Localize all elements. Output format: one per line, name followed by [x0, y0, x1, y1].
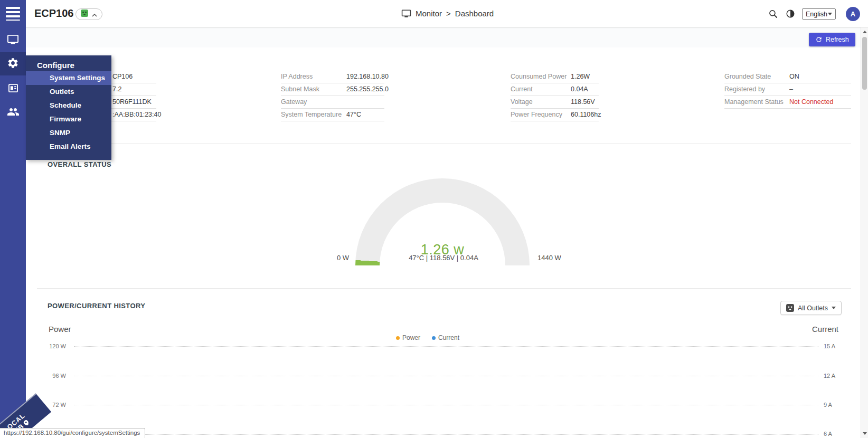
info-row: Gateway [281, 96, 384, 109]
left-tick: 120 W [37, 343, 66, 349]
menu-item-email-alerts[interactable]: Email Alerts [26, 140, 111, 154]
info-label: Counsumed Power [511, 73, 567, 80]
history-title: POWER/CURRENT HISTORY [48, 302, 145, 310]
info-value: 192.168.10.80 [346, 71, 389, 83]
info-value: 1.26W [571, 71, 590, 83]
chart-legend: Power Current [348, 334, 507, 341]
info-value: ON [789, 71, 799, 83]
info-row: IP Address192.168.10.80 [281, 71, 384, 83]
info-value: 255.255.255.0 [346, 83, 389, 96]
gear-icon [7, 57, 19, 71]
monitor-icon [7, 33, 19, 47]
content-top-band [26, 27, 861, 47]
right-tick: 9 A [824, 402, 832, 408]
users-icon [7, 106, 20, 120]
firmware-version-value: 7.2 [112, 83, 121, 96]
serial-number-value: 50R6F111DK [112, 96, 152, 108]
sidebar-item-users[interactable] [0, 101, 26, 125]
vertical-scrollbar[interactable] [861, 27, 868, 438]
chart-gridline [74, 405, 818, 405]
all-outlets-button[interactable]: All Outlets [780, 301, 842, 315]
sidebar-item-monitor[interactable] [0, 28, 26, 52]
scrollbar-down-arrow[interactable] [863, 432, 867, 435]
chart-gridline [74, 346, 818, 347]
contrast-icon[interactable] [785, 8, 796, 20]
caret-down-icon [832, 307, 836, 309]
info-label: Current [511, 85, 533, 93]
section-divider [37, 288, 851, 289]
language-selected: English [806, 11, 827, 18]
chart-gridline [74, 376, 818, 376]
device-title: ECP106 [34, 7, 74, 20]
all-outlets-label: All Outlets [798, 304, 828, 312]
menu-item-firmware[interactable]: Firmware [26, 112, 111, 126]
info-value: 47°C [346, 109, 361, 121]
info-label: Subnet Mask [281, 85, 319, 93]
info-label: Registered by [724, 85, 765, 93]
chart-gridline [74, 434, 818, 435]
right-tick: 15 A [824, 343, 835, 349]
right-axis-title: Current [786, 325, 838, 334]
refresh-icon [815, 36, 823, 43]
news-icon [7, 82, 19, 96]
power-legend-dot [396, 336, 400, 340]
right-tick: 12 A [824, 373, 835, 379]
flyout-menu-title: Configure [37, 60, 74, 71]
sidebar [0, 0, 26, 438]
overall-status-title: OVERALL STATUS [48, 160, 111, 168]
info-row: Counsumed Power1.26W [511, 71, 599, 83]
outlet-icon [786, 304, 794, 312]
info-value: – [789, 83, 793, 96]
breadcrumb-section[interactable]: Monitor [416, 9, 442, 18]
info-value: 0.04A [571, 83, 588, 96]
current-legend-dot [432, 336, 436, 340]
sidebar-item-logs[interactable] [0, 78, 26, 101]
device-info-col4: Grounded StateON Registered by– Manageme… [724, 71, 851, 109]
scrollbar-up-arrow[interactable] [863, 31, 867, 33]
hamburger-menu-icon[interactable] [6, 7, 20, 21]
menu-item-outlets[interactable]: Outlets [26, 85, 111, 99]
configure-flyout-menu: Configure System Settings Outlets Schedu… [26, 55, 111, 160]
info-label: Power Frequency [511, 111, 562, 118]
menu-item-schedule[interactable]: Schedule [26, 99, 111, 112]
device-info-col2: IP Address192.168.10.80 Subnet Mask255.2… [281, 71, 384, 121]
breadcrumb: Monitor > Dashboard [401, 8, 494, 18]
link-status-tooltip: https://192.168.10.80/gui/configure/syst… [0, 428, 145, 438]
menu-item-system-settings[interactable]: System Settings [26, 71, 111, 85]
info-label: Management Status [724, 98, 784, 106]
device-status-pill[interactable] [76, 8, 102, 20]
chevron-up-icon [92, 9, 97, 19]
avatar[interactable]: A [846, 7, 860, 21]
caret-down-icon [828, 13, 832, 15]
info-value: 60.1106hz [571, 109, 601, 121]
sidebar-item-configure[interactable] [0, 52, 26, 75]
refresh-label: Refresh [826, 36, 849, 43]
legend-label: Power [402, 334, 420, 341]
info-row: Power Frequency60.1106hz [511, 109, 599, 121]
section-divider [37, 144, 851, 144]
outlet-status-icon [81, 9, 88, 19]
info-row: System Temperature47°C [281, 109, 384, 121]
breadcrumb-page[interactable]: Dashboard [455, 9, 494, 18]
management-status-value: Not Connected [789, 96, 833, 108]
info-row: Voltage118.56V [511, 96, 599, 109]
scrollbar-thumb[interactable] [862, 37, 867, 90]
legend-item-power: Power [396, 334, 420, 341]
gauge-detail-label: 47°C | 118.56V | 0.04A [380, 254, 507, 262]
info-row: Management StatusNot Connected [724, 96, 851, 109]
device-info-col3: Counsumed Power1.26W Current0.04A Voltag… [511, 71, 599, 121]
language-select[interactable]: English [802, 8, 836, 20]
menu-item-snmp[interactable]: SNMP [26, 126, 111, 140]
mac-address-value: :AA:BB:01:23:40 [112, 109, 161, 121]
info-row: Subnet Mask255.255.255.0 [281, 83, 384, 96]
left-axis-title: Power [49, 325, 71, 334]
info-label: Grounded State [724, 73, 771, 80]
left-tick: 96 W [37, 373, 66, 379]
gauge-min-label: 0 W [306, 254, 349, 262]
device-name-value: CP106 [112, 71, 133, 83]
info-value: 118.56V [571, 96, 595, 108]
search-icon[interactable] [767, 8, 779, 20]
refresh-button[interactable]: Refresh [809, 33, 855, 46]
app-window: ECP106 Monitor > Dashboard English [0, 0, 868, 438]
gauge-max-label: 1440 W [537, 254, 561, 262]
